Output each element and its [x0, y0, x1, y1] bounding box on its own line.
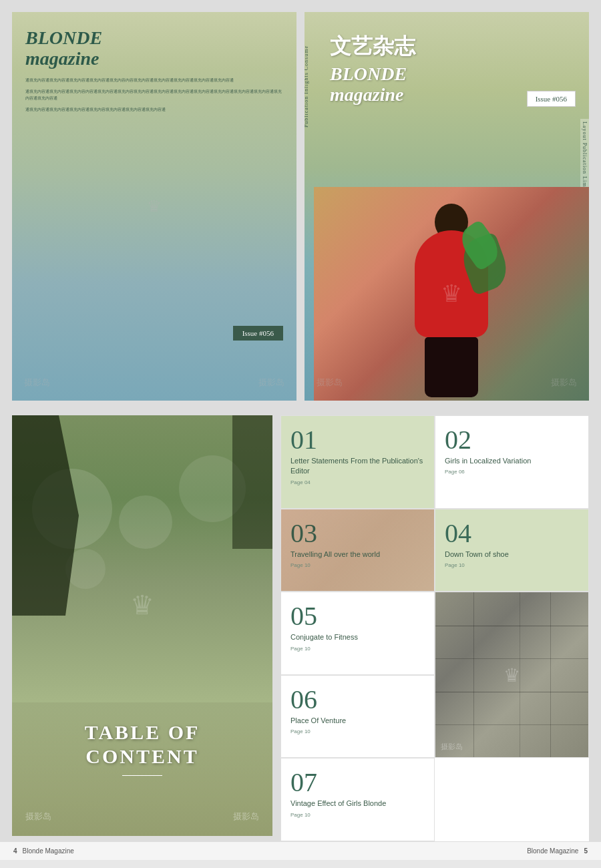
tree-right	[232, 415, 272, 549]
toc-item-03: 03 Travelling All over the world Page 10	[280, 509, 435, 592]
toc-num-06: 06	[290, 686, 425, 713]
watermark-toc-left: 摄影岛	[25, 811, 51, 823]
top-section: BLONDE magazine 通填充内容通填充内容通填充内容通填充内容通填充内…	[0, 0, 601, 407]
toc-item-01: 01 Letter Statements From the Publicatio…	[280, 415, 435, 509]
watermark-right-cover: 摄影岛	[317, 377, 343, 389]
cover-right-vertical-left: Publication Inlights Consume	[305, 45, 309, 128]
toc-label-05: Conjugate to Fitness	[290, 632, 425, 642]
toc-num-04: 04	[445, 520, 579, 547]
watermark-left-cover: 摄影岛	[24, 377, 50, 389]
watermark-right-cover2: 摄影岛	[551, 377, 577, 389]
toc-divider	[122, 775, 162, 776]
footer-left: 4 Blonde Magazine	[13, 847, 74, 855]
cover-right-issue: Issue #056	[527, 91, 576, 107]
cover-left: BLONDE magazine 通填充内容通填充内容通填充内容通填充内容通填充内…	[12, 12, 296, 401]
toc-label-06: Place Of Venture	[290, 716, 425, 726]
watermark-left-cover2: 摄影岛	[258, 377, 284, 389]
toc-num-02: 02	[445, 427, 579, 453]
toc-grid: 01 Letter Statements From the Publicatio…	[280, 415, 589, 841]
cover-right-photo: ♛	[314, 187, 589, 401]
cover-left-body2: 通填充内容通填充内容通填充内容内容通填充内容通填充内容填充内容通填充内容通填充内…	[25, 89, 283, 101]
bottom-section: TABLE OF CONTENT ♛ 摄影岛 摄影岛 01 Letter Sta…	[0, 407, 601, 841]
toc-photo-left: TABLE OF CONTENT ♛ 摄影岛 摄影岛	[12, 415, 272, 836]
toc-label-02: Girls in Localized Variation	[445, 456, 579, 466]
toc-page-01: Page 04	[290, 479, 425, 485]
cover-left-body1: 通填充内容通填充内容通填充内容通填充内容通填充内容内容填充内容通填充内容通填充内…	[25, 77, 283, 84]
toc-item-07: 07 Vintage Effect of Girls Blonde Page 1…	[280, 758, 435, 841]
toc-item-05: 05 Conjugate to Fitness Page 10	[280, 592, 435, 675]
watermark-stone: 摄影岛	[441, 742, 463, 752]
crown-icon-right-photo: ♛	[441, 280, 462, 308]
toc-item-02: 02 Girls in Localized Variation Page 06	[435, 415, 589, 509]
toc-title-line1: TABLE OF	[85, 720, 200, 744]
footer-right: Blonde Magazine 5	[527, 847, 588, 855]
footer-mag-left: Blonde Magazine	[23, 847, 74, 855]
page-footer: 4 Blonde Magazine Blonde Magazine 5	[0, 841, 601, 860]
toc-label-03: Travelling All over the world	[290, 550, 425, 560]
page-num-left: 4	[13, 847, 17, 855]
toc-num-01: 01	[290, 427, 425, 453]
toc-page-07: Page 10	[290, 812, 425, 818]
toc-num-03: 03	[290, 520, 425, 547]
toc-num-07: 07	[290, 769, 425, 796]
toc-page-04: Page 10	[445, 562, 579, 568]
toc-page-06: Page 10	[290, 728, 425, 734]
toc-label-07: Vintage Effect of Girls Blonde	[290, 799, 425, 809]
toc-title-line2: CONTENT	[85, 744, 200, 769]
toc-page-03: Page 10	[290, 562, 425, 568]
cover-right-chinese: 文艺杂志	[330, 32, 576, 61]
toc-item-04: 04 Down Town of shoe Page 10	[435, 509, 589, 592]
cover-right: Publication Inlights Consume 文艺杂志 BLONDE…	[305, 12, 589, 401]
crown-icon-stone: ♛	[504, 664, 520, 686]
page-num-right: 5	[584, 847, 588, 855]
cover-left-issue: Issue #056	[233, 326, 283, 341]
toc-item-04-img: ♛ 摄影岛	[435, 592, 589, 758]
toc-label-01: Letter Statements From the Publication's…	[290, 456, 425, 477]
cover-left-body3: 通填充内容通填充内容通填充内容通填充内容填充内容通填充内容通填充内容通	[25, 107, 283, 114]
toc-item-06: 06 Place Of Venture Page 10	[280, 675, 435, 758]
crown-icon-left: ♛	[147, 197, 162, 216]
footer-mag-right: Blonde Magazine	[527, 847, 578, 855]
cover-left-title: BLONDE magazine	[25, 28, 283, 69]
toc-page-05: Page 10	[290, 646, 425, 652]
toc-page-02: Page 06	[445, 469, 579, 475]
tree-silhouette	[12, 415, 79, 616]
toc-num-05: 05	[290, 603, 425, 630]
watermark-toc-right: 摄影岛	[233, 811, 259, 823]
toc-label-04: Down Town of shoe	[445, 550, 579, 560]
toc-title-block: TABLE OF CONTENT	[85, 720, 200, 836]
crown-icon-toc: ♛	[130, 589, 154, 620]
